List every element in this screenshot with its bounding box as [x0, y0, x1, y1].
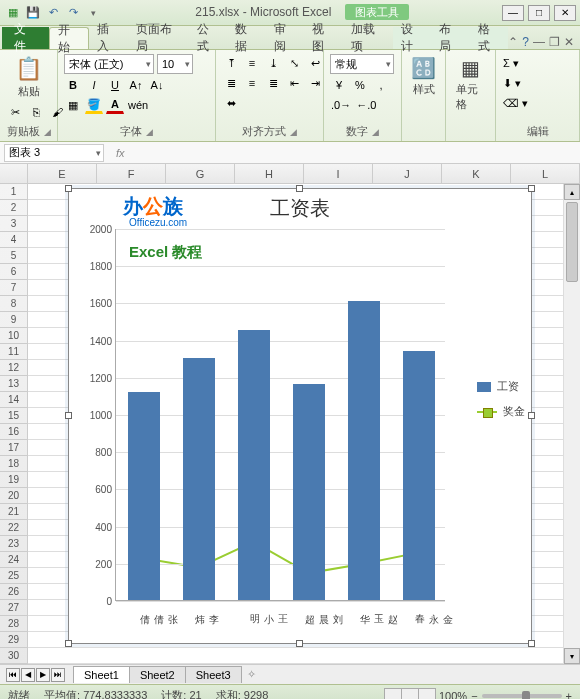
row-header[interactable]: 15: [0, 408, 28, 424]
fill-color-icon[interactable]: 🪣: [85, 96, 103, 114]
row-header[interactable]: 25: [0, 568, 28, 584]
minimize-ribbon-icon[interactable]: ⌃: [508, 35, 518, 49]
row-header[interactable]: 14: [0, 392, 28, 408]
row-header[interactable]: 22: [0, 520, 28, 536]
number-dialog-icon[interactable]: ◢: [372, 127, 379, 137]
row-header[interactable]: 1: [0, 184, 28, 200]
grow-font-icon[interactable]: A↑: [127, 76, 145, 94]
align-left-icon[interactable]: ≣: [222, 74, 240, 92]
merge-center-icon[interactable]: ⬌: [222, 94, 240, 112]
autosum-icon[interactable]: Σ ▾: [502, 54, 520, 72]
tab-page-layout[interactable]: 页面布局: [128, 27, 189, 49]
col-header[interactable]: E: [28, 164, 97, 183]
row-header[interactable]: 16: [0, 424, 28, 440]
cut-icon[interactable]: ✂: [6, 103, 24, 121]
cells-button[interactable]: ▦ 单元格: [452, 54, 489, 114]
align-right-icon[interactable]: ≣: [264, 74, 282, 92]
row-header[interactable]: 26: [0, 584, 28, 600]
col-header[interactable]: L: [511, 164, 580, 183]
page-break-view-icon[interactable]: [418, 688, 436, 700]
tab-design[interactable]: 设计: [393, 27, 432, 49]
sheet-tab[interactable]: Sheet3: [185, 666, 242, 683]
save-icon[interactable]: 💾: [24, 4, 42, 22]
row-header[interactable]: 4: [0, 232, 28, 248]
row-header[interactable]: 28: [0, 616, 28, 632]
align-top-icon[interactable]: ⤒: [222, 54, 240, 72]
tab-insert[interactable]: 插入: [89, 27, 128, 49]
border-icon[interactable]: ▦: [64, 96, 82, 114]
page-layout-view-icon[interactable]: [401, 688, 419, 700]
sheet-last-icon[interactable]: ⏭: [51, 668, 65, 682]
row-header[interactable]: 19: [0, 472, 28, 488]
minimize-button[interactable]: —: [502, 5, 524, 21]
formula-input[interactable]: [133, 144, 580, 162]
maximize-button[interactable]: □: [528, 5, 550, 21]
percent-icon[interactable]: %: [351, 76, 369, 94]
tab-layout[interactable]: 布局: [431, 27, 470, 49]
vertical-scrollbar[interactable]: ▴ ▾: [563, 184, 580, 664]
tab-data[interactable]: 数据: [227, 27, 266, 49]
row-header[interactable]: 8: [0, 296, 28, 312]
row-header[interactable]: 18: [0, 456, 28, 472]
tab-addins[interactable]: 加载项: [343, 27, 393, 49]
font-color-icon[interactable]: A: [106, 96, 124, 114]
clear-icon[interactable]: ⌫ ▾: [502, 94, 529, 112]
sheet-next-icon[interactable]: ▶: [36, 668, 50, 682]
name-box[interactable]: 图表 3: [4, 144, 104, 162]
row-header[interactable]: 30: [0, 648, 28, 664]
row-header[interactable]: 7: [0, 280, 28, 296]
tab-home[interactable]: 开始: [49, 27, 90, 49]
row-header[interactable]: 17: [0, 440, 28, 456]
row-header[interactable]: 5: [0, 248, 28, 264]
bold-button[interactable]: B: [64, 76, 82, 94]
doc-close-icon[interactable]: ✕: [564, 35, 574, 49]
redo-icon[interactable]: ↷: [64, 4, 82, 22]
orientation-icon[interactable]: ⤡: [285, 54, 303, 72]
tab-review[interactable]: 审阅: [266, 27, 305, 49]
row-header[interactable]: 2: [0, 200, 28, 216]
number-format-combo[interactable]: 常规: [330, 54, 394, 74]
col-header[interactable]: H: [235, 164, 304, 183]
scroll-up-icon[interactable]: ▴: [564, 184, 580, 200]
row-header[interactable]: 12: [0, 360, 28, 376]
row-header[interactable]: 11: [0, 344, 28, 360]
font-size-combo[interactable]: 10: [157, 54, 193, 74]
col-header[interactable]: K: [442, 164, 511, 183]
fill-icon[interactable]: ⬇ ▾: [502, 74, 522, 92]
increase-decimal-icon[interactable]: .0→: [330, 96, 352, 114]
paste-button[interactable]: 📋 粘贴: [6, 54, 51, 101]
file-tab[interactable]: 文件: [2, 27, 49, 49]
row-header[interactable]: 10: [0, 328, 28, 344]
resize-handle[interactable]: [296, 185, 303, 192]
col-header[interactable]: I: [304, 164, 373, 183]
sheet-first-icon[interactable]: ⏮: [6, 668, 20, 682]
resize-handle[interactable]: [65, 412, 72, 419]
row-header[interactable]: 3: [0, 216, 28, 232]
zoom-slider[interactable]: [482, 694, 562, 698]
decrease-decimal-icon[interactable]: ←.0: [355, 96, 377, 114]
sheet-tab[interactable]: Sheet1: [73, 666, 130, 683]
undo-icon[interactable]: ↶: [44, 4, 62, 22]
font-name-combo[interactable]: 宋体 (正文): [64, 54, 154, 74]
font-dialog-icon[interactable]: ◢: [146, 127, 153, 137]
sheet-tab[interactable]: Sheet2: [129, 666, 186, 683]
copy-icon[interactable]: ⎘: [27, 103, 45, 121]
scrollbar-thumb[interactable]: [566, 202, 578, 282]
help-icon[interactable]: ?: [522, 35, 529, 49]
close-button[interactable]: ✕: [554, 5, 576, 21]
scroll-down-icon[interactable]: ▾: [564, 648, 580, 664]
excel-icon[interactable]: ▦: [4, 4, 22, 22]
tab-format[interactable]: 格式: [470, 27, 509, 49]
row-header[interactable]: 6: [0, 264, 28, 280]
align-middle-icon[interactable]: ≡: [243, 54, 261, 72]
sheet-prev-icon[interactable]: ◀: [21, 668, 35, 682]
col-header[interactable]: J: [373, 164, 442, 183]
resize-handle[interactable]: [528, 185, 535, 192]
align-center-icon[interactable]: ≡: [243, 74, 261, 92]
resize-handle[interactable]: [65, 185, 72, 192]
zoom-in-icon[interactable]: +: [566, 690, 572, 700]
row-header[interactable]: 24: [0, 552, 28, 568]
row-header[interactable]: 9: [0, 312, 28, 328]
zoom-out-icon[interactable]: −: [471, 690, 477, 700]
zoom-level[interactable]: 100%: [439, 690, 467, 700]
